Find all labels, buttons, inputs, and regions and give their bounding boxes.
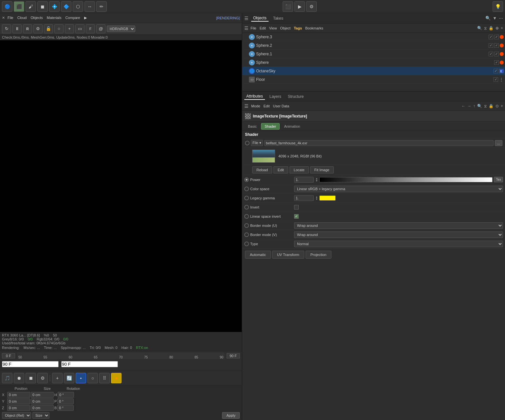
- lock2-icon[interactable]: 🔒: [489, 26, 494, 30]
- object2-icon[interactable]: 💠: [49, 1, 60, 12]
- attr-edit[interactable]: Edit: [264, 104, 270, 108]
- frame-end-input[interactable]: [227, 353, 240, 358]
- pause-icon[interactable]: ⏸: [12, 24, 22, 33]
- tab-layers[interactable]: Layers: [268, 94, 283, 100]
- settings2-icon[interactable]: ⊕: [496, 26, 499, 30]
- sphere2-check1[interactable]: ✓: [489, 43, 493, 48]
- brush-icon[interactable]: 🖌: [26, 1, 36, 12]
- sphere3-check1[interactable]: ✓: [489, 35, 493, 39]
- fit-image-button[interactable]: Fit Image: [310, 166, 334, 173]
- object-row-sphere3[interactable]: ● Sphere.3 ✓ ✓: [242, 33, 505, 41]
- octane-icon[interactable]: ★: [111, 373, 122, 383]
- tab-objects[interactable]: Objects: [251, 15, 269, 22]
- type-select[interactable]: Normal: [294, 241, 503, 247]
- invert-checkbox[interactable]: [294, 205, 299, 210]
- sphere3-check2[interactable]: ✓: [494, 35, 499, 39]
- plus3-icon[interactable]: +: [501, 104, 503, 108]
- forward-icon[interactable]: →: [467, 104, 471, 108]
- sphere2-icon[interactable]: ○: [54, 24, 64, 33]
- sky-special-icon[interactable]: ◧: [499, 69, 504, 73]
- tab-structure[interactable]: Structure: [286, 94, 306, 100]
- attr-menu-icon[interactable]: ☰: [244, 103, 249, 109]
- edit-button[interactable]: Edit: [273, 166, 288, 173]
- cog-icon[interactable]: ⚙: [37, 373, 48, 383]
- arrow-icon[interactable]: ↔: [84, 1, 95, 12]
- square-icon[interactable]: ▪: [76, 373, 86, 383]
- lock-icon[interactable]: 🔓: [44, 24, 53, 33]
- lock3-icon[interactable]: 🔒: [489, 104, 494, 108]
- menu-tags[interactable]: Tags: [294, 26, 302, 30]
- play-icon[interactable]: ▶: [294, 1, 305, 12]
- gamma-radio[interactable]: [244, 196, 249, 200]
- linear-invert-checkbox[interactable]: ✓: [294, 214, 299, 219]
- up-icon[interactable]: ↑: [473, 104, 475, 108]
- object-row-floor[interactable]: ▭ Floor ✓ ⋮: [242, 75, 505, 84]
- power-radio[interactable]: [244, 177, 249, 182]
- dots-icon[interactable]: ⠿: [99, 373, 110, 383]
- tab-basic[interactable]: Basic: [244, 123, 260, 130]
- file-dropdown-btn[interactable]: File ▾: [251, 140, 263, 146]
- add-icon[interactable]: +: [52, 373, 63, 383]
- type-radio[interactable]: [244, 242, 249, 246]
- size-mode-select[interactable]: Size: [32, 412, 49, 419]
- sphere1-check2[interactable]: ✓: [494, 52, 499, 56]
- tab-animation[interactable]: Animation: [280, 123, 304, 130]
- z-size-input[interactable]: [31, 405, 54, 411]
- sphere3-dot[interactable]: [500, 35, 504, 39]
- tab-shader[interactable]: Shader: [261, 123, 280, 130]
- power-spin[interactable]: ▲▼: [315, 177, 318, 182]
- gamma-input[interactable]: [294, 195, 314, 201]
- f-icon[interactable]: F: [86, 24, 95, 33]
- hamburger-icon[interactable]: ☰: [244, 16, 249, 21]
- refresh-icon[interactable]: ↻: [2, 24, 11, 33]
- scene-icon[interactable]: 🔷: [61, 1, 71, 12]
- border-u-radio[interactable]: [244, 223, 249, 228]
- loop-icon[interactable]: 🔄: [64, 373, 74, 383]
- b-rot-input[interactable]: [57, 405, 74, 411]
- pen-icon[interactable]: ✏: [96, 1, 107, 12]
- x-pos-input[interactable]: [7, 392, 30, 398]
- rect-icon[interactable]: ▭: [75, 24, 84, 33]
- search2-icon[interactable]: 🔍: [477, 26, 482, 30]
- border-v-radio[interactable]: [244, 232, 249, 237]
- floor-more-icon[interactable]: ⋮: [499, 77, 504, 82]
- viewer-menu-file[interactable]: File: [8, 16, 13, 20]
- reload-button[interactable]: Reload: [252, 166, 272, 173]
- search3-icon[interactable]: 🔍: [477, 104, 482, 108]
- select-icon[interactable]: ◼: [37, 1, 48, 12]
- render-icon[interactable]: ⬛: [283, 1, 293, 12]
- attr-user-data[interactable]: User Data: [273, 104, 290, 108]
- close-icon[interactable]: ✕: [2, 16, 5, 20]
- viewer-menu-cloud[interactable]: Cloud: [17, 16, 27, 20]
- search-icon[interactable]: 🔍: [485, 16, 491, 21]
- attr-mode[interactable]: Mode: [251, 104, 260, 108]
- p-rot-input[interactable]: [57, 398, 74, 404]
- frame-current2-input[interactable]: [61, 361, 118, 367]
- light-icon[interactable]: 💡: [493, 1, 503, 12]
- hex-icon[interactable]: ⬡: [73, 1, 83, 12]
- color-mode-dropdown[interactable]: HDR/sRGB: [107, 26, 135, 32]
- stop-icon[interactable]: ⏹: [26, 373, 36, 383]
- object-row-sphere1[interactable]: ● Sphere.1 ✓ ✓: [242, 50, 505, 58]
- objects-menu-icon[interactable]: ☰: [244, 26, 249, 31]
- sphere1-dot[interactable]: [500, 52, 504, 56]
- automatic-button[interactable]: Automatic: [245, 251, 271, 259]
- viewer-menu-objects[interactable]: Objects: [30, 16, 43, 20]
- menu-object[interactable]: Object: [280, 26, 290, 30]
- file-radio[interactable]: [245, 141, 250, 145]
- viewer-menu-more[interactable]: ▶: [84, 16, 87, 20]
- gamma-spin[interactable]: ▲▼: [315, 196, 318, 200]
- y-size-input[interactable]: [31, 398, 54, 404]
- record-icon[interactable]: ⏺: [14, 373, 24, 383]
- home-icon[interactable]: 🔵: [2, 1, 12, 12]
- settings-icon[interactable]: ⚙: [306, 1, 317, 12]
- file-browse-button[interactable]: ...: [495, 140, 502, 146]
- linear-invert-radio[interactable]: [244, 214, 249, 219]
- menu-view[interactable]: View: [269, 26, 277, 30]
- sky-check1[interactable]: ✓: [494, 69, 498, 73]
- plus2-icon[interactable]: +: [501, 26, 503, 30]
- filter3-icon[interactable]: ⧖: [484, 104, 487, 108]
- z-pos-input[interactable]: [7, 405, 30, 411]
- y-pos-input[interactable]: [7, 398, 30, 404]
- gear2-icon[interactable]: ⚙: [33, 24, 43, 33]
